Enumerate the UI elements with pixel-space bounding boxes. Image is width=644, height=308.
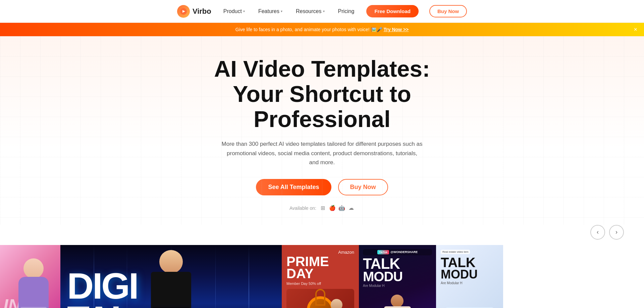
hero-buy-now-button[interactable]: Buy Now bbox=[338, 179, 388, 195]
next-icon: › bbox=[615, 229, 618, 236]
nav-product[interactable]: Product ▾ bbox=[222, 6, 246, 17]
video-cards-strip: ING DIGITAL Amazon bbox=[0, 245, 644, 308]
card-1-person bbox=[7, 255, 60, 308]
prime-day-text: PRIMEDAY bbox=[286, 255, 354, 280]
carousel-next-button[interactable]: › bbox=[609, 225, 624, 240]
video-card-tiktok[interactable]: TikTok @WONDERSHARE TALKMODU Are Modular… bbox=[359, 245, 436, 308]
card-5-title: TALKMODU bbox=[441, 257, 498, 280]
banner-text: Give life to faces in a photo, and anima… bbox=[235, 27, 409, 32]
video-card-amazon[interactable]: Amazon PRIMEDAY Member Day 50% off like … bbox=[282, 245, 359, 308]
hero-buttons: See All Templates Buy Now bbox=[7, 179, 637, 195]
logo-text: Virbo bbox=[193, 7, 211, 16]
carousel-prev-button[interactable]: ‹ bbox=[590, 225, 605, 240]
buy-now-nav-button[interactable]: Buy Now bbox=[429, 5, 467, 17]
product-chevron: ▾ bbox=[243, 9, 245, 13]
banner-try-now-link[interactable]: Try Now >> bbox=[384, 27, 409, 32]
banner-close-button[interactable]: × bbox=[634, 26, 637, 33]
free-download-button[interactable]: Free Download bbox=[366, 5, 419, 17]
features-chevron: ▾ bbox=[281, 9, 282, 13]
platform-icons: ⊞ 🍎 🤖 ☁ bbox=[320, 205, 355, 211]
hero-title: AI Video Templates: Your Shortcut to Pro… bbox=[171, 56, 473, 131]
nav-pricing[interactable]: Pricing bbox=[337, 6, 356, 17]
tiktok-badge: TikTok bbox=[377, 250, 389, 254]
card-4-title: TALKMODU bbox=[363, 257, 432, 283]
logo[interactable]: Virbo bbox=[177, 5, 211, 18]
prev-icon: ‹ bbox=[597, 229, 599, 236]
navbar: Virbo Product ▾ Features ▾ Resources ▾ P… bbox=[0, 0, 644, 23]
available-on: Available on: ⊞ 🍎 🤖 ☁ bbox=[7, 205, 637, 211]
see-all-templates-button[interactable]: See All Templates bbox=[256, 179, 331, 195]
cloud-icon: ☁ bbox=[348, 205, 355, 211]
video-card-1[interactable]: ING bbox=[0, 245, 60, 308]
card-5-label: Real estate video tem bbox=[441, 250, 470, 254]
card-4-desc: Are Modular H bbox=[363, 284, 432, 288]
resources-chevron: ▾ bbox=[323, 9, 325, 13]
logo-icon bbox=[177, 5, 190, 18]
video-card-realestate[interactable]: Real estate video tem TALKMODU Are Modul… bbox=[436, 245, 503, 308]
video-card-digital[interactable]: DIGITAL bbox=[60, 245, 282, 308]
card-5-subtitle: Are Modular H bbox=[441, 281, 498, 285]
nav-resources[interactable]: Resources ▾ bbox=[294, 6, 326, 17]
carousel-nav: ‹ › bbox=[0, 225, 644, 240]
ios-icon: 🍎 bbox=[329, 205, 336, 211]
tiktok-handle: @WONDERSHARE bbox=[390, 250, 418, 254]
card-2-overlay bbox=[60, 245, 282, 308]
android-icon: 🤖 bbox=[338, 205, 345, 211]
promo-banner: Give life to faces in a photo, and anima… bbox=[0, 23, 644, 36]
hero-subtitle: More than 300 perfect AI video templates… bbox=[221, 139, 423, 167]
nav-features[interactable]: Features ▾ bbox=[257, 6, 284, 17]
amazon-brand-text: Amazon bbox=[338, 250, 354, 255]
hero-section: AI Video Templates: Your Shortcut to Pro… bbox=[0, 36, 644, 225]
windows-icon: ⊞ bbox=[320, 205, 326, 211]
member-day-text: Member Day 50% off bbox=[286, 282, 354, 286]
